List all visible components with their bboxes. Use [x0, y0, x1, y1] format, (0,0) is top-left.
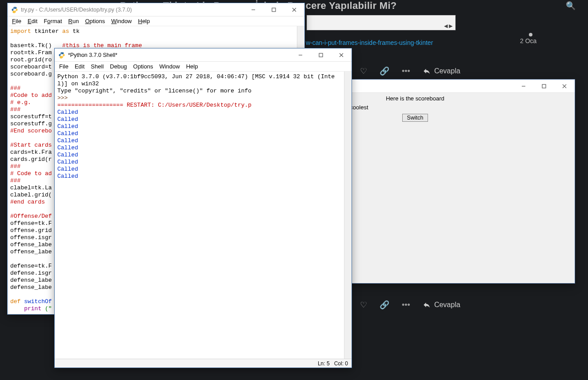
menu-shell[interactable]: Shell	[91, 63, 104, 70]
minimize-button[interactable]	[513, 80, 534, 92]
menu-options[interactable]: Options	[133, 63, 153, 70]
window-title: try.py - C:/Users/USER/Desktop/try.py (3…	[21, 7, 243, 13]
status-line: Ln: 5	[318, 360, 330, 367]
svg-rect-5	[319, 53, 323, 57]
forum-date: 2 Oca	[520, 37, 536, 44]
minimize-button[interactable]	[290, 48, 311, 61]
menu-file[interactable]: File	[12, 18, 21, 24]
menu-file[interactable]: File	[59, 63, 68, 70]
minimize-button[interactable]	[243, 3, 264, 16]
python-icon	[58, 52, 65, 59]
close-button[interactable]	[554, 80, 575, 92]
status-col: Col: 0	[334, 360, 348, 367]
scroll-arrow-icon[interactable]: ◀ ▶	[444, 23, 452, 29]
shell-output[interactable]: Python 3.7.0 (v3.7.0:1bf9cc5093, Jun 27 …	[55, 72, 352, 359]
maximize-button[interactable]	[264, 3, 284, 16]
horizontal-scrollbar[interactable]: ◀ ▶	[307, 15, 456, 30]
close-button[interactable]	[331, 48, 352, 61]
reply-button[interactable]: Cevapla	[423, 301, 460, 309]
link-icon[interactable]: 🔗	[380, 66, 389, 76]
menu-window[interactable]: Window	[159, 63, 180, 70]
svg-rect-1	[272, 8, 276, 12]
menu-debug[interactable]: Debug	[110, 63, 127, 70]
reply-button[interactable]: Cevapla	[423, 67, 460, 75]
maximize-button[interactable]	[534, 80, 554, 92]
vertical-scrollbar[interactable]	[344, 72, 352, 359]
timeline-dot-icon	[529, 33, 532, 36]
titlebar[interactable]: *Python 3.7.0 Shell*	[55, 48, 352, 62]
menu-edit[interactable]: Edit	[28, 18, 37, 24]
window-buttons	[290, 48, 352, 61]
reply-label: Cevapla	[434, 67, 460, 75]
menu-window[interactable]: Window	[111, 18, 132, 24]
window-buttons	[513, 80, 575, 92]
titlebar[interactable]: try.py - C:/Users/USER/Desktop/try.py (3…	[8, 3, 304, 16]
post-actions: ♡ 🔗 ••• Cevapla	[360, 66, 460, 76]
heart-icon[interactable]: ♡	[360, 66, 367, 76]
menu-run[interactable]: Run	[68, 18, 79, 24]
search-icon[interactable]: 🔍	[566, 1, 576, 11]
forum-link[interactable]: w-can-i-put-frames-inside-frames-using-t…	[306, 39, 433, 46]
window-buttons	[243, 3, 304, 16]
menu-help[interactable]: Help	[186, 63, 198, 70]
statusbar: Ln: 5 Col: 0	[55, 359, 352, 368]
python-icon	[11, 6, 18, 13]
menu-format[interactable]: Format	[44, 18, 62, 24]
menubar: File Edit Shell Debug Options Window Hel…	[55, 62, 352, 72]
menu-options[interactable]: Options	[85, 18, 105, 24]
window-title: *Python 3.7.0 Shell*	[68, 52, 290, 58]
menu-help[interactable]: Help	[138, 18, 150, 24]
switch-button[interactable]: Switch	[402, 114, 428, 122]
close-button[interactable]	[284, 3, 304, 16]
link-icon[interactable]: 🔗	[380, 300, 389, 310]
maximize-button[interactable]	[311, 48, 331, 61]
post-actions: ♡ 🔗 ••• Cevapla	[360, 300, 460, 310]
menubar: File Edit Format Run Options Window Help	[8, 16, 304, 26]
menu-edit[interactable]: Edit	[75, 63, 84, 70]
svg-rect-9	[542, 84, 546, 88]
more-icon[interactable]: •••	[402, 67, 410, 76]
reply-label: Cevapla	[434, 301, 460, 309]
more-icon[interactable]: •••	[402, 300, 410, 310]
idle-shell-window[interactable]: *Python 3.7.0 Shell* File Edit Shell Deb…	[54, 48, 352, 368]
heart-icon[interactable]: ♡	[360, 300, 367, 310]
